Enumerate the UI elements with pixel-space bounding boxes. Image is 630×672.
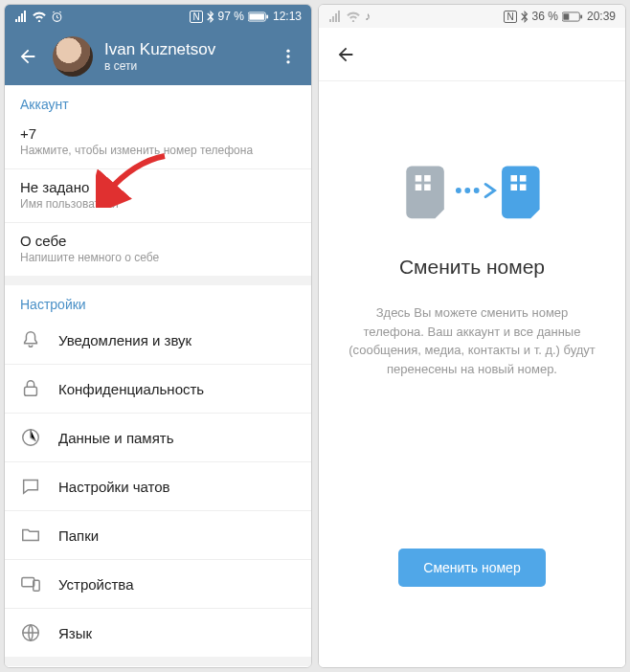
svg-rect-22 (510, 175, 517, 182)
svg-rect-17 (416, 184, 422, 190)
settings-item-label: Уведомления и звук (58, 332, 191, 348)
more-menu-button[interactable] (275, 43, 302, 70)
svg-rect-9 (22, 578, 34, 587)
devices-icon (20, 573, 41, 594)
settings-item-label: Устройства (58, 576, 133, 593)
change-number-screen: ♪ N 36 % 20:39 (318, 4, 626, 668)
battery-icon (248, 11, 269, 22)
svg-point-6 (286, 60, 289, 63)
globe-icon (20, 622, 41, 643)
bell-icon (20, 329, 41, 350)
settings-item-label: Настройки чатов (58, 479, 170, 495)
svg-rect-18 (424, 184, 431, 190)
folder-icon (20, 525, 41, 546)
svg-rect-25 (520, 184, 527, 190)
settings-item-notifications[interactable]: Уведомления и звук (5, 316, 311, 365)
back-button[interactable] (14, 43, 41, 70)
settings-item-devices[interactable]: Устройства (5, 560, 311, 609)
page-description: Здесь Вы можете сменить номер телефона. … (346, 303, 598, 378)
svg-rect-23 (520, 175, 527, 182)
phone-hint: Нажмите, чтобы изменить номер телефона (20, 144, 296, 157)
svg-point-21 (475, 189, 478, 191)
clock-text: 20:39 (587, 10, 616, 23)
settings-item-label: Конфиденциальность (58, 381, 204, 397)
settings-item-label: Папки (58, 527, 99, 544)
status-bar: ♪ N 36 % 20:39 (319, 5, 625, 28)
username-value: Не задано (20, 179, 296, 195)
settings-item-label: Данные и память (58, 430, 174, 446)
sim-old-icon (406, 167, 444, 219)
sim-new-icon (502, 167, 540, 219)
svg-rect-13 (563, 13, 569, 19)
settings-item-privacy[interactable]: Конфиденциальность (5, 365, 311, 414)
svg-point-4 (286, 50, 289, 53)
username-hint: Имя пользователя (20, 197, 296, 211)
nfc-icon: N (504, 11, 516, 23)
svg-rect-16 (424, 175, 431, 182)
svg-rect-24 (510, 184, 517, 190)
battery-text: 97 % (218, 10, 244, 23)
clock-text: 12:13 (273, 10, 302, 23)
svg-rect-2 (249, 13, 264, 19)
profile-header: Ivan Kuznetsov в сети (5, 28, 311, 85)
svg-point-20 (466, 189, 469, 191)
settings-item-folders[interactable]: Папки (5, 511, 311, 560)
svg-rect-7 (25, 387, 37, 395)
alarm-icon (51, 11, 63, 23)
bio-value: О себе (20, 233, 296, 249)
status-bar: N 97 % 12:13 (5, 5, 311, 28)
data-icon (20, 427, 41, 448)
help-section: Помощь (5, 666, 311, 667)
page-header (319, 28, 625, 81)
help-section-title: Помощь (5, 666, 311, 667)
settings-item-chat[interactable]: Настройки чатов (5, 462, 311, 511)
avatar[interactable] (53, 36, 93, 77)
phone-row[interactable]: +7 Нажмите, чтобы изменить номер телефон… (5, 116, 311, 169)
settings-item-data[interactable]: Данные и память (5, 414, 311, 462)
signal-icon (14, 11, 28, 22)
wifi-icon (32, 11, 47, 22)
signal-icon (328, 11, 342, 22)
settings-section: Настройки Уведомления и звук Конфиденциа… (5, 285, 311, 657)
profile-status: в сети (104, 59, 215, 73)
sim-transfer-illustration (395, 143, 549, 238)
tiktok-icon: ♪ (365, 10, 371, 23)
nfc-icon: N (190, 11, 202, 23)
chat-icon (20, 476, 41, 497)
svg-point-19 (457, 189, 460, 191)
bio-row[interactable]: О себе Напишите немного о себе (5, 223, 311, 276)
battery-icon (562, 11, 583, 22)
phone-value: +7 (20, 125, 296, 142)
account-section: Аккаунт +7 Нажмите, чтобы изменить номер… (5, 85, 311, 276)
content-scroll[interactable]: Аккаунт +7 Нажмите, чтобы изменить номер… (5, 85, 311, 667)
lock-icon (20, 378, 41, 399)
page-title: Сменить номер (399, 256, 545, 279)
svg-rect-3 (266, 14, 268, 18)
telegram-profile-screen: N 97 % 12:13 Ivan Kuznetsov в сети (4, 4, 312, 668)
profile-name: Ivan Kuznetsov (104, 40, 215, 59)
bluetooth-icon (207, 11, 214, 23)
wifi-icon (346, 11, 361, 22)
battery-text: 36 % (532, 10, 558, 23)
settings-section-title: Настройки (5, 285, 311, 316)
settings-item-label: Язык (58, 625, 92, 641)
username-row[interactable]: Не задано Имя пользователя (5, 169, 311, 223)
settings-item-language[interactable]: Язык (5, 609, 311, 657)
svg-rect-15 (416, 175, 422, 182)
account-section-title: Аккаунт (5, 85, 311, 116)
svg-rect-14 (580, 14, 582, 18)
change-number-button[interactable]: Сменить номер (398, 549, 545, 587)
bluetooth-icon (521, 11, 529, 23)
svg-point-5 (286, 55, 289, 57)
page-body: Сменить номер Здесь Вы можете сменить но… (319, 81, 625, 667)
bio-hint: Напишите немного о себе (20, 251, 296, 264)
back-button[interactable] (332, 41, 359, 68)
